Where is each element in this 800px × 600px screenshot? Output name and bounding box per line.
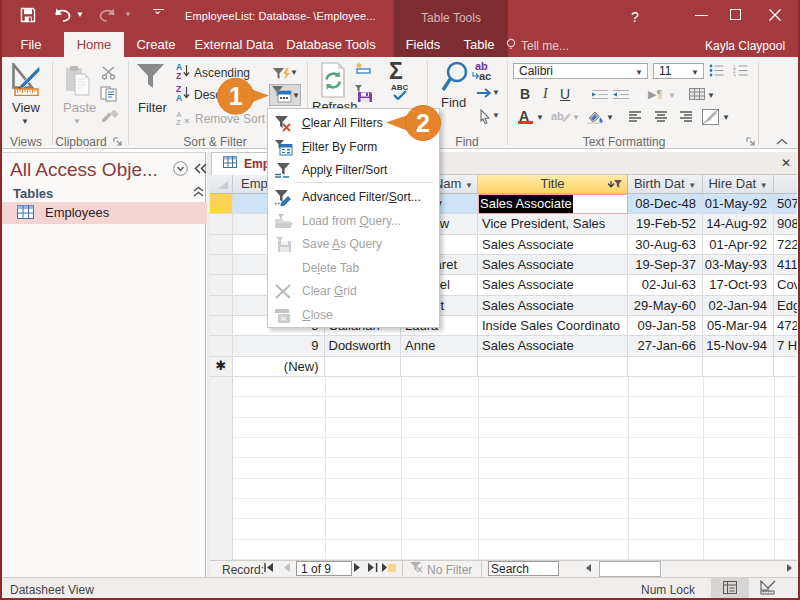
svg-text:3: 3 <box>733 73 736 78</box>
svg-text:2: 2 <box>416 109 430 137</box>
svg-text:Z: Z <box>176 118 181 126</box>
svg-text:1: 1 <box>229 82 243 110</box>
svg-text:Z: Z <box>176 71 181 80</box>
svg-text:A: A <box>176 93 182 102</box>
